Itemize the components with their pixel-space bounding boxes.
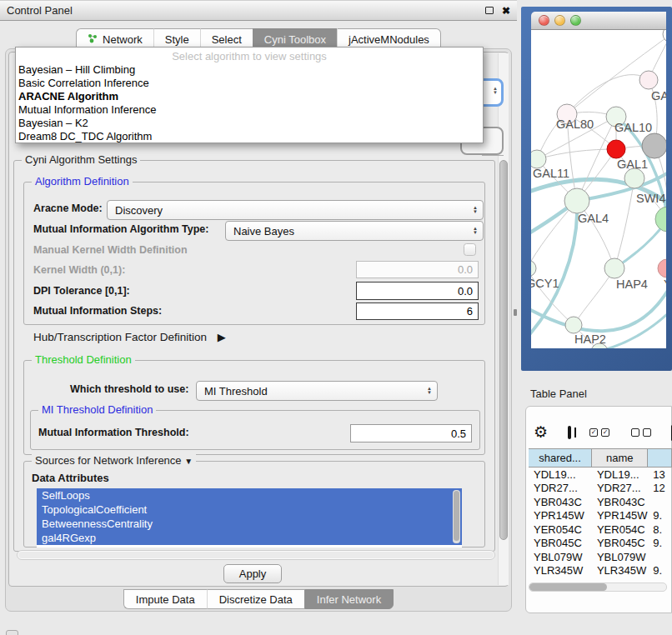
network-node-gal1[interactable] bbox=[607, 140, 625, 158]
attribute-list-item[interactable]: SelfLoops bbox=[37, 488, 462, 502]
table-cell: 9 bbox=[648, 578, 672, 581]
algorithm-option[interactable]: Bayesian – Hill Climbing bbox=[16, 63, 483, 77]
column-header-cut[interactable] bbox=[648, 449, 672, 467]
network-node-gal4[interactable] bbox=[564, 188, 589, 213]
algorithm-option[interactable]: ARACNE Algorithm bbox=[16, 90, 483, 103]
table-cell: YBR043C bbox=[529, 495, 592, 509]
bottom-tabs: Impute DataDiscretize DataInfer Network bbox=[0, 589, 517, 609]
dpi-tolerance-field[interactable]: 0.0 bbox=[356, 282, 479, 300]
tab-impute-data[interactable]: Impute Data bbox=[123, 589, 207, 609]
column-header-name[interactable]: name bbox=[592, 449, 648, 467]
manual-kernel-checkbox[interactable] bbox=[464, 243, 476, 256]
table-row[interactable]: YBL079WYBL079W bbox=[529, 550, 672, 564]
list-scrollbar-track[interactable] bbox=[453, 490, 460, 543]
close-window-button[interactable] bbox=[539, 15, 549, 26]
tab-label: Style bbox=[165, 33, 189, 46]
table-row[interactable]: YLR345WYLR345W9. bbox=[529, 564, 672, 578]
sources-legend-toggle[interactable]: Sources for Network Inference ▼ bbox=[32, 454, 196, 467]
horizontal-scrollbar-track[interactable] bbox=[17, 550, 495, 560]
stepper-arrows-icon: ▲▼ bbox=[468, 206, 478, 214]
vertical-scrollbar-thumb[interactable] bbox=[499, 160, 508, 540]
network-edge bbox=[567, 75, 649, 114]
network-node-hap4[interactable] bbox=[604, 258, 624, 278]
algorithm-popup-hint: Select algorithm to view settings bbox=[16, 49, 483, 63]
table-row[interactable]: YBR045CYBR045C9. bbox=[529, 537, 672, 551]
network-window-titlebar[interactable] bbox=[531, 12, 666, 30]
tab-infer-network[interactable]: Infer Network bbox=[304, 589, 394, 609]
node-label: GAL10 bbox=[614, 121, 652, 134]
network-node-y[interactable] bbox=[658, 259, 666, 278]
node-label: GCY1 bbox=[531, 277, 559, 290]
column-header-shared...[interactable]: shared... bbox=[529, 449, 592, 467]
network-node[interactable] bbox=[663, 30, 666, 42]
split-pane-handle[interactable] bbox=[514, 309, 517, 316]
which-threshold-label: Which threshold to use: bbox=[70, 383, 188, 395]
table-cell bbox=[648, 550, 672, 564]
network-node-hap2[interactable] bbox=[565, 317, 582, 333]
network-node-gal11[interactable] bbox=[531, 150, 546, 168]
deselect-all-columns-icon[interactable] bbox=[631, 428, 654, 437]
attribute-list-item[interactable]: BetweennessCentrality bbox=[37, 517, 462, 531]
data-attributes-list[interactable]: SelfLoopsTopologicalCoefficientBetweenne… bbox=[37, 488, 462, 548]
tab-label: Network bbox=[103, 33, 143, 46]
tab-label: Cyni Toolbox bbox=[264, 33, 326, 46]
kernel-width-field[interactable]: 0.0 bbox=[356, 261, 479, 278]
table-row[interactable]: YDR27...YDR27...12 bbox=[529, 482, 672, 496]
table-cell: 13 bbox=[648, 468, 672, 482]
table-cell: YBR045C bbox=[592, 537, 648, 551]
node-label: GAL4 bbox=[578, 212, 609, 225]
which-threshold-value: MI Threshold bbox=[204, 385, 268, 398]
which-threshold-combo[interactable]: MI Threshold ▲▼ bbox=[196, 381, 438, 401]
table-row[interactable]: YER054CYER054C8. bbox=[529, 522, 672, 537]
algorithm-option[interactable]: Mutual Information Inference bbox=[16, 103, 483, 117]
minimize-window-button[interactable] bbox=[554, 15, 565, 26]
close-icon[interactable]: ✖ bbox=[502, 7, 510, 15]
mi-threshold-field[interactable]: 0.5 bbox=[350, 424, 472, 442]
apply-button[interactable]: Apply bbox=[223, 564, 282, 583]
table-row[interactable]: YDL19...YDL19...13 bbox=[529, 468, 672, 482]
table-row[interactable]: YPR145WYPR145W9. bbox=[529, 509, 672, 523]
hub-definition-label: Hub/Transcription Factor Definition bbox=[33, 331, 207, 343]
attribute-list-item[interactable]: TopologicalCoefficient bbox=[37, 502, 462, 517]
table-rows: YDL19...YDL19...13YDR27...YDR27...12YBR0… bbox=[529, 468, 672, 581]
horizontal-scrollbar-thumb[interactable] bbox=[18, 552, 494, 558]
table-cell: 8. bbox=[648, 522, 672, 537]
select-all-columns-icon[interactable]: ✓✓ bbox=[589, 428, 613, 437]
table-cell: YBR043C bbox=[592, 495, 648, 509]
network-node-gal[interactable] bbox=[639, 71, 658, 89]
network-node[interactable] bbox=[655, 207, 666, 232]
mi-steps-field[interactable]: 6 bbox=[356, 302, 479, 320]
list-scrollbar-thumb[interactable] bbox=[454, 491, 459, 541]
node-label: Y bbox=[664, 278, 666, 291]
table-cell: 12 bbox=[648, 482, 672, 496]
algorithm-dropdown-popup: Select algorithm to view settings Bayesi… bbox=[15, 47, 484, 143]
minimized-panel-icon[interactable] bbox=[6, 630, 18, 635]
network-node[interactable] bbox=[642, 133, 666, 158]
settings-gear-icon[interactable]: ⚙ bbox=[534, 424, 548, 441]
algorithm-option[interactable]: Bayesian – K2 bbox=[16, 117, 483, 130]
table-row[interactable]: YIL052CYIL052C9 bbox=[529, 578, 672, 581]
network-canvas[interactable]: GALGAL80GAL10GAL1GAL11SWI4GAL4GCY1HAP4YH… bbox=[531, 30, 666, 348]
window-buttons bbox=[539, 15, 586, 26]
table-scrollbar-track[interactable] bbox=[529, 582, 667, 592]
table-cell: YIL052C bbox=[529, 578, 592, 581]
algorithm-option[interactable]: Basic Correlation Inference bbox=[16, 77, 483, 90]
float-window-icon[interactable] bbox=[485, 7, 494, 14]
algorithm-option[interactable]: Dream8 DC_TDC Algorithm bbox=[16, 130, 483, 143]
network-node-swi4[interactable] bbox=[624, 168, 644, 188]
tab-discretize-data[interactable]: Discretize Data bbox=[207, 589, 304, 609]
network-node-gcy1[interactable] bbox=[531, 260, 536, 277]
table-scrollbar-thumb[interactable] bbox=[529, 583, 607, 591]
mi-type-combo[interactable]: Naive Bayes ▲▼ bbox=[225, 221, 484, 241]
hub-definition-toggle[interactable]: Hub/Transcription Factor Definition ▶ bbox=[33, 331, 226, 343]
tab-label: jActiveMNodules bbox=[349, 33, 429, 46]
dpi-tolerance-label: DPI Tolerance [0,1]: bbox=[33, 285, 130, 297]
network-graph[interactable]: GALGAL80GAL10GAL1GAL11SWI4GAL4GCY1HAP4YH… bbox=[531, 30, 666, 348]
split-columns-icon[interactable] bbox=[568, 426, 571, 439]
aracne-mode-combo[interactable]: Discovery ▲▼ bbox=[107, 200, 484, 220]
node-label: SWI4 bbox=[636, 192, 665, 205]
attribute-list-item[interactable]: gal4RGexp bbox=[37, 531, 462, 545]
sources-legend-label: Sources for Network Inference bbox=[35, 454, 182, 467]
table-row[interactable]: YBR043CYBR043C bbox=[529, 495, 672, 509]
zoom-window-button[interactable] bbox=[570, 15, 581, 26]
